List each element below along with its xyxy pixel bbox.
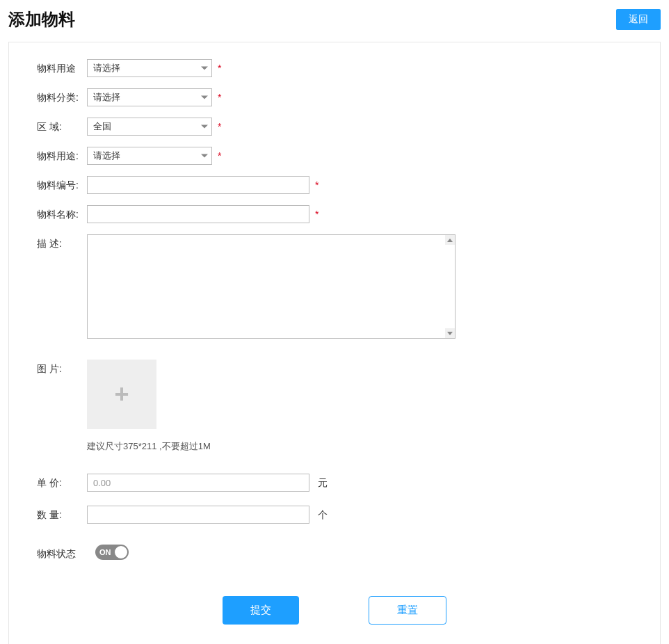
select-category-value: 请选择: [87, 88, 212, 106]
plus-icon: +: [114, 382, 129, 407]
required-mark: *: [315, 176, 319, 194]
scroll-up-icon[interactable]: [445, 235, 455, 245]
select-purpose2-value: 请选择: [87, 147, 212, 165]
label-code: 物料编号:: [37, 176, 87, 194]
toggle-status[interactable]: ON: [95, 545, 129, 560]
scroll-down-icon[interactable]: [445, 328, 455, 338]
select-purpose1-value: 请选择: [87, 59, 212, 77]
input-qty[interactable]: [87, 506, 309, 524]
input-name[interactable]: [87, 205, 309, 223]
label-desc: 描 述:: [37, 234, 87, 252]
label-region: 区 域:: [37, 118, 87, 136]
required-mark: *: [315, 205, 319, 223]
toggle-knob: [115, 546, 127, 558]
back-button[interactable]: 返回: [616, 9, 661, 30]
label-status: 物料状态: [37, 545, 87, 563]
form-panel: 物料用途 请选择 * 物料分类: 请选择 * 区 域: 全国 *: [8, 42, 661, 644]
toggle-on-label: ON: [95, 548, 111, 556]
reset-button[interactable]: 重置: [369, 596, 446, 625]
required-mark: *: [218, 147, 221, 165]
label-name: 物料名称:: [37, 205, 87, 223]
input-price[interactable]: [87, 474, 309, 492]
select-category[interactable]: 请选择: [87, 88, 212, 106]
label-purpose2: 物料用途:: [37, 147, 87, 165]
unit-qty: 个: [318, 506, 328, 524]
textarea-desc[interactable]: [87, 234, 456, 339]
label-qty: 数 量:: [37, 506, 87, 524]
page-title: 添加物料: [8, 8, 75, 31]
required-mark: *: [218, 88, 221, 106]
required-mark: *: [218, 59, 221, 77]
select-purpose1[interactable]: 请选择: [87, 59, 212, 77]
select-region-value: 全国: [87, 118, 212, 136]
label-image: 图 片:: [37, 360, 87, 378]
input-code[interactable]: [87, 176, 309, 194]
required-mark: *: [218, 118, 221, 136]
unit-price: 元: [318, 474, 328, 492]
image-upload-box[interactable]: +: [87, 360, 156, 429]
image-hint: 建议尺寸375*211 ,不要超过1M: [87, 440, 211, 453]
label-purpose1: 物料用途: [37, 59, 87, 77]
label-price: 单 价:: [37, 474, 87, 492]
submit-button[interactable]: 提交: [223, 596, 299, 625]
select-region[interactable]: 全国: [87, 118, 212, 136]
label-category: 物料分类:: [37, 88, 87, 106]
select-purpose2[interactable]: 请选择: [87, 147, 212, 165]
